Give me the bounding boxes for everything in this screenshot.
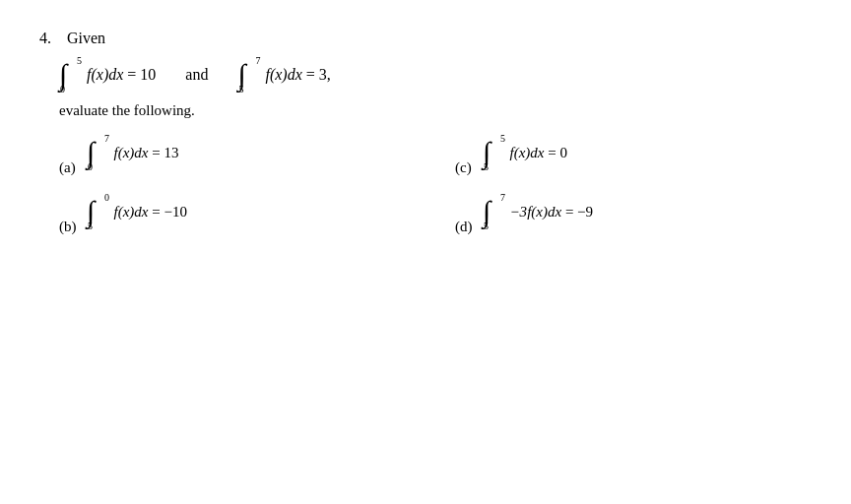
part-a-lower: 0 [88,161,93,172]
given-integral-2: ∫ 7 5 f(x)dx = 3, [237,55,330,94]
lower-limit-2: 5 [238,84,243,94]
part-d: (d) ∫ 7 5 −3f(x)dx = −9 [455,192,812,235]
part-d-lower: 5 [484,220,489,231]
part-a-integral: ∫ 7 0 f(x)dx = 13 [87,133,178,172]
evaluate-text: evaluate the following. [59,102,812,119]
part-a: (a) ∫ 7 0 f(x)dx = 13 [59,133,416,176]
and-label: and [185,66,208,84]
part-d-int-symbol: ∫ 7 5 [483,192,502,231]
part-b-label: (b) [59,219,81,235]
part-d-integral: ∫ 7 5 −3f(x)dx = −9 [483,192,593,231]
part-b-equals: = −10 [152,204,187,220]
problem-number: 4. Given [39,30,812,47]
part-d-upper: 7 [500,192,505,203]
part-a-integrand: f(x)dx [114,145,149,161]
part-c-equals: = 0 [548,145,567,161]
part-b-integrand: f(x)dx [114,204,149,220]
part-d-integrand: −3f(x)dx [510,204,562,220]
integrand-1: f(x)dx [87,66,123,84]
equals-1: = 10 [127,66,156,84]
part-a-int-symbol: ∫ 7 0 [87,133,106,172]
given-integral-1: ∫ 5 0 f(x)dx = 10 [59,55,156,94]
part-b-upper: 0 [104,192,109,203]
part-b-lower: 5 [88,220,93,231]
part-a-upper: 7 [104,133,109,144]
parts-grid: (a) ∫ 7 0 f(x)dx = 13 (c) ∫ 5 5 [59,133,812,235]
integrand-2: f(x)dx [265,66,301,84]
lower-limit-1: 0 [60,84,65,94]
part-d-label: (d) [455,219,477,235]
integral-symbol-1: ∫ 5 0 [59,55,79,94]
part-b-integral: ∫ 0 5 f(x)dx = −10 [87,192,187,231]
given-row: ∫ 5 0 f(x)dx = 10 and ∫ 7 5 f(x)dx = 3, [59,55,812,94]
integral-symbol-2: ∫ 7 5 [237,55,257,94]
equals-2: = 3, [306,66,331,84]
number-label: 4. [39,30,51,46]
part-c-upper: 5 [500,133,505,144]
upper-limit-2: 7 [255,55,260,66]
part-d-equals: = −9 [565,204,593,220]
part-c-lower: 5 [484,161,489,172]
part-a-label: (a) [59,159,81,176]
part-a-equals: = 13 [152,145,178,161]
part-c-label: (c) [455,159,477,176]
part-b-int-symbol: ∫ 0 5 [87,192,106,231]
problem-container: 4. Given ∫ 5 0 f(x)dx = 10 and ∫ 7 5 [39,30,812,235]
part-c-integrand: f(x)dx [510,145,545,161]
given-label: Given [67,30,105,46]
part-c: (c) ∫ 5 5 f(x)dx = 0 [455,133,812,176]
part-b: (b) ∫ 0 5 f(x)dx = −10 [59,192,416,235]
upper-limit-1: 5 [77,55,82,66]
part-c-int-symbol: ∫ 5 5 [483,133,502,172]
part-c-integral: ∫ 5 5 f(x)dx = 0 [483,133,567,172]
